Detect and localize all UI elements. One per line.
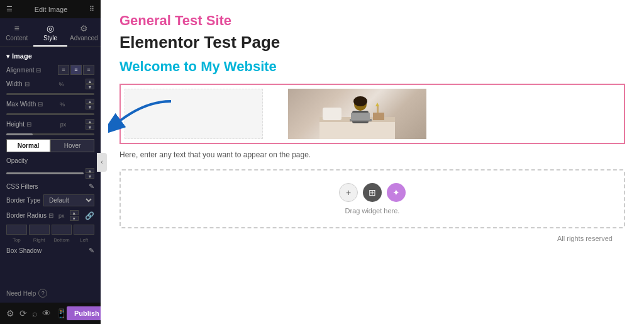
- image-description: Here, enter any text that you want to ap…: [119, 150, 625, 159]
- image-photo: [288, 89, 426, 139]
- border-radius-bottom-input[interactable]: 0: [52, 225, 72, 235]
- tab-advanced-label: Advanced: [70, 35, 97, 42]
- footer-mobile-icon[interactable]: 📱: [56, 308, 67, 318]
- height-slider-row: [6, 133, 94, 135]
- height-stepper: ▲ ▼: [86, 119, 94, 130]
- border-radius-left-input[interactable]: 0: [74, 225, 94, 235]
- svg-rect-10: [377, 106, 379, 113]
- main-inner: General Test Site Elementor Test Page We…: [101, 0, 644, 261]
- tab-content-label: Content: [6, 35, 28, 42]
- height-slider-fill: [6, 133, 33, 135]
- alignment-buttons: ≡ ≡ ≡: [58, 65, 94, 75]
- opacity-up-button[interactable]: ▲: [86, 168, 94, 173]
- width-down-button[interactable]: ▼: [86, 84, 94, 89]
- svg-rect-3: [323, 108, 341, 120]
- max-width-up-button[interactable]: ▲: [86, 99, 94, 104]
- width-icon: ⊟: [25, 81, 30, 87]
- photo-svg: [319, 89, 395, 139]
- css-filters-label: CSS Filters: [6, 183, 41, 190]
- border-radius-down-button[interactable]: ▼: [70, 216, 79, 221]
- width-slider-row: [6, 93, 94, 95]
- width-row: Width ⊟ % ▲ ▼: [6, 79, 94, 89]
- tab-content[interactable]: ≡ Content: [0, 18, 33, 47]
- footer-eye-icon[interactable]: 👁: [42, 308, 51, 318]
- normal-hover-toggle: Normal Hover: [6, 139, 94, 152]
- add-widget-button[interactable]: +: [339, 183, 358, 202]
- publish-area: Publish ▲: [67, 306, 101, 320]
- border-radius-top-input[interactable]: 0: [6, 225, 27, 235]
- widget-library-button[interactable]: ⊞: [363, 183, 382, 202]
- height-slider[interactable]: [6, 133, 94, 135]
- content-tab-icon: ≡: [14, 23, 19, 33]
- br-right-label: Right: [29, 237, 50, 243]
- footer-history-icon[interactable]: ⟳: [19, 308, 27, 318]
- favorite-widget-button[interactable]: ✦: [387, 183, 406, 202]
- border-type-label: Border Type: [6, 197, 41, 204]
- width-label: Width ⊟: [6, 81, 41, 87]
- max-width-unit: %: [60, 101, 69, 108]
- width-up-button[interactable]: ▲: [86, 79, 94, 84]
- max-width-down-button[interactable]: ▼: [86, 104, 94, 109]
- image-section-title: Image: [6, 52, 94, 60]
- svg-marker-11: [375, 103, 379, 106]
- height-row: Height ⊟ px ▲ ▼: [6, 119, 94, 130]
- footer-search-icon[interactable]: ⌕: [32, 308, 37, 318]
- box-shadow-row: Box Shadow ✎: [6, 247, 94, 255]
- width-slider[interactable]: [6, 93, 94, 95]
- br-bottom-label: Bottom: [52, 237, 72, 243]
- panel-grid-icon: ⠿: [89, 5, 94, 13]
- width-unit: %: [59, 81, 68, 87]
- alignment-label: Alignment ⊟: [6, 67, 41, 74]
- footer-settings-icon[interactable]: ⚙: [6, 308, 14, 318]
- border-type-select[interactable]: Default: [43, 194, 94, 206]
- border-type-row: Border Type Default: [6, 194, 94, 206]
- tab-style[interactable]: ◎ Style: [33, 18, 67, 47]
- height-down-button[interactable]: ▼: [86, 125, 94, 130]
- main-content: General Test Site Elementor Test Page We…: [101, 0, 644, 324]
- max-width-slider[interactable]: [6, 113, 94, 115]
- border-radius-up-button[interactable]: ▲: [70, 210, 79, 215]
- dropzone-icons: + ⊞ ✦: [339, 183, 406, 202]
- width-stepper: ▲ ▼: [86, 79, 94, 89]
- need-help-label: Need Help: [6, 290, 36, 297]
- panel-header: ☰ Edit Image ⠿: [0, 0, 101, 18]
- normal-button[interactable]: Normal: [6, 139, 50, 152]
- svg-point-5: [353, 96, 367, 106]
- image-placeholder-left: [125, 89, 263, 139]
- opacity-slider[interactable]: [6, 172, 84, 174]
- border-radius-right-input[interactable]: 0: [29, 225, 50, 235]
- need-help-row[interactable]: Need Help ?: [0, 284, 101, 303]
- max-width-slider-row: [6, 113, 94, 115]
- site-title: General Test Site: [119, 13, 625, 29]
- opacity-slider-row: ▲ ▼: [6, 168, 94, 179]
- border-radius-inputs: 0 0 0 0: [6, 225, 94, 235]
- panel-collapse-arrow[interactable]: ‹: [97, 153, 107, 172]
- widget-dropzone[interactable]: + ⊞ ✦ Drag widget here.: [119, 169, 625, 228]
- height-label: Height ⊟: [6, 121, 41, 128]
- align-left-button[interactable]: ≡: [58, 65, 69, 75]
- page-title: Elementor Test Page: [119, 33, 625, 52]
- css-filters-edit-button[interactable]: ✎: [89, 182, 94, 191]
- panel-title: Edit Image: [35, 6, 68, 13]
- footer-icons: ⚙ ⟳ ⌕ 👁 📱: [6, 308, 67, 318]
- panel-footer: ⚙ ⟳ ⌕ 👁 📱 Publish ▲: [0, 303, 101, 324]
- align-center-button[interactable]: ≡: [70, 65, 82, 75]
- tab-advanced[interactable]: ⚙ Advanced: [67, 18, 101, 47]
- footer-text: All rights reserved: [119, 228, 625, 249]
- box-shadow-edit-button[interactable]: ✎: [89, 247, 94, 255]
- opacity-down-button[interactable]: ▼: [86, 174, 94, 179]
- border-radius-unit: px: [58, 213, 65, 219]
- max-width-stepper: ▲ ▼: [86, 99, 94, 109]
- border-radius-labels: Top Right Bottom Left: [6, 237, 94, 243]
- border-radius-icon: ⊟: [48, 212, 53, 219]
- br-left-label: Left: [74, 237, 94, 243]
- border-radius-link-button[interactable]: 🔗: [85, 211, 94, 220]
- align-right-button[interactable]: ≡: [83, 65, 94, 75]
- svg-rect-9: [373, 113, 384, 120]
- image-widget[interactable]: [119, 84, 625, 144]
- height-up-button[interactable]: ▲: [86, 119, 94, 124]
- publish-button[interactable]: Publish: [67, 306, 101, 320]
- hover-button[interactable]: Hover: [50, 139, 94, 152]
- panel-hamburger-icon: ☰: [6, 5, 13, 13]
- max-width-label: Max Width ⊟: [6, 101, 43, 108]
